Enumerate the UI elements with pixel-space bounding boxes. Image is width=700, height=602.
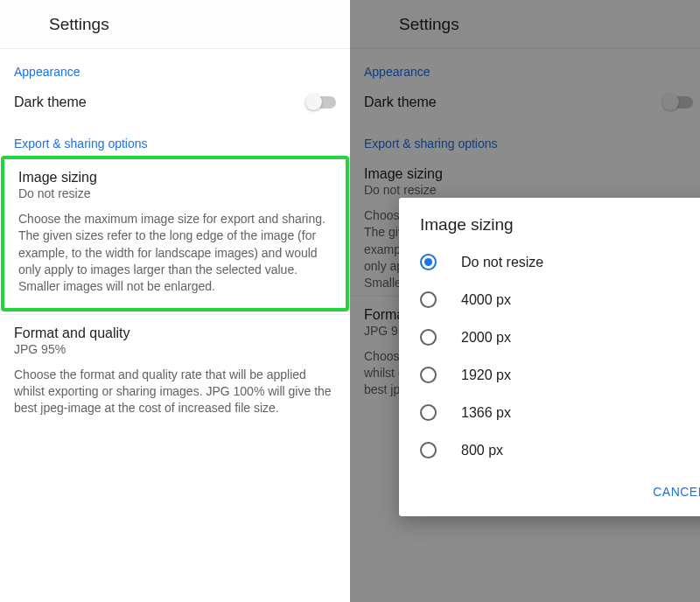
settings-pane-left: Settings Appearance Dark theme Export & … — [0, 0, 350, 602]
image-sizing-desc: Choose the maximum image size for export… — [18, 211, 332, 296]
radio-icon — [420, 367, 437, 383]
option-label: 2000 px — [461, 330, 511, 346]
option-label: Do not resize — [461, 255, 543, 270]
option-4000px[interactable]: 4000 px — [399, 281, 700, 318]
dark-theme-label: Dark theme — [14, 94, 87, 110]
image-sizing-title: Image sizing — [18, 170, 332, 186]
option-1366px[interactable]: 1366 px — [399, 394, 700, 431]
radio-icon — [420, 442, 437, 458]
dark-theme-row[interactable]: Dark theme — [0, 84, 350, 121]
dialog-title: Image sizing — [399, 215, 700, 243]
image-sizing-row[interactable]: Image sizing Do not resize Choose the ma… — [4, 159, 346, 308]
option-label: 4000 px — [461, 292, 511, 308]
image-sizing-highlight: Image sizing Do not resize Choose the ma… — [1, 156, 349, 312]
option-label: 1920 px — [461, 368, 511, 383]
option-800px[interactable]: 800 px — [399, 431, 700, 469]
dark-theme-toggle[interactable] — [306, 96, 336, 108]
format-title: Format and quality — [14, 326, 336, 341]
image-sizing-value: Do not resize — [18, 186, 332, 200]
section-export-label: Export & sharing options — [0, 121, 350, 156]
page-title: Settings — [49, 15, 109, 34]
format-quality-row[interactable]: Format and quality JPG 95% Choose the fo… — [0, 315, 350, 430]
settings-content: Appearance Dark theme Export & sharing o… — [0, 49, 350, 430]
section-appearance-label: Appearance — [0, 49, 350, 84]
radio-icon — [420, 254, 437, 270]
format-desc: Choose the format and quality rate that … — [14, 367, 336, 417]
radio-icon — [420, 329, 437, 346]
settings-pane-right: Settings Appearance Dark theme Export & … — [350, 0, 700, 602]
option-do-not-resize[interactable]: Do not resize — [399, 243, 700, 281]
format-value: JPG 95% — [14, 342, 336, 356]
dialog-actions: CANCEL — [399, 469, 700, 509]
option-1920px[interactable]: 1920 px — [399, 356, 700, 394]
radio-icon — [420, 404, 437, 421]
option-2000px[interactable]: 2000 px — [399, 318, 700, 356]
image-sizing-dialog: Image sizing Do not resize 4000 px 2000 … — [399, 198, 700, 516]
header: Settings — [0, 0, 350, 49]
radio-icon — [420, 291, 437, 308]
option-label: 800 px — [461, 443, 503, 458]
cancel-button[interactable]: CANCEL — [644, 478, 700, 506]
option-label: 1366 px — [461, 405, 511, 421]
